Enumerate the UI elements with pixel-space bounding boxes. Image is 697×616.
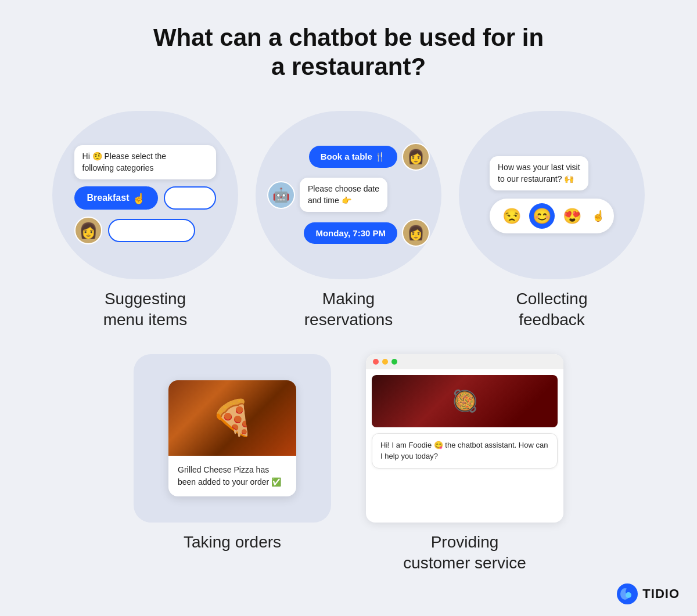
greeting-bubble: Hi 🤨 Please select thefollowing categori… (74, 145, 217, 179)
card-orders: Grilled Cheese Pizza has been added to y… (134, 354, 331, 574)
user-avatar-3: 👩 (402, 219, 430, 247)
feedback-chat: How was your last visitto our restaurant… (476, 142, 628, 247)
choose-row: 🤖 Please choose dateand time 👉 (267, 178, 387, 212)
top-cards-row: Hi 🤨 Please select thefollowing categori… (35, 111, 662, 331)
service-label: Providingcustomer service (403, 532, 526, 574)
card-reservations: Book a table 🍴 👩 🤖 Please choose dateand… (256, 111, 441, 331)
pizza-image (168, 380, 296, 456)
breakfast-row: Breakfast ☝️ (74, 186, 217, 210)
user-avatar: 👩 (74, 217, 102, 244)
menu-label: Suggestingmenu items (103, 289, 188, 331)
book-table-button[interactable]: Book a table 🍴 (309, 146, 397, 168)
orders-illustration: Grilled Cheese Pizza has been added to y… (134, 354, 331, 523)
emoji-good[interactable]: 😊 (529, 203, 555, 229)
browser-content: 🥘 Hi! I am Foodie 😋 the chatbot assistan… (366, 369, 563, 474)
menu-chat: Hi 🤨 Please select thefollowing categori… (63, 134, 228, 256)
dot-yellow (382, 359, 388, 365)
emoji-love[interactable]: 😍 (559, 203, 585, 229)
reservations-label: Makingreservations (304, 289, 393, 331)
menu-illustration: Hi 🤨 Please select thefollowing categori… (52, 111, 238, 279)
card-service: 🥘 Hi! I am Foodie 😋 the chatbot assistan… (366, 354, 563, 574)
feedback-question-bubble: How was your last visitto our restaurant… (490, 156, 588, 190)
svg-point-3 (626, 592, 631, 598)
dot-red (373, 359, 379, 365)
emoji-bad[interactable]: 😒 (499, 203, 524, 229)
tidio-icon (617, 583, 638, 604)
tidio-logo: TIDIO (617, 583, 680, 604)
orders-label: Taking orders (184, 532, 281, 553)
order-card: Grilled Cheese Pizza has been added to y… (168, 380, 296, 496)
user-avatar-2: 👩 (402, 143, 430, 171)
monday-row: Monday, 7:30 PM 👩 (304, 219, 430, 247)
option-button-2[interactable] (108, 219, 195, 242)
option-button-1[interactable] (164, 186, 216, 210)
order-text: Grilled Cheese Pizza has been added to y… (168, 456, 296, 496)
book-row: Book a table 🍴 👩 (309, 143, 430, 171)
tidio-name: TIDIO (642, 586, 680, 601)
dot-green (391, 359, 397, 365)
emoji-rating-row: 😒 😊 😍 ☝️ (490, 199, 614, 233)
page-title: What can a chatbot be used for in a rest… (145, 23, 552, 82)
choose-bubble: Please choose dateand time 👉 (300, 178, 387, 212)
feedback-illustration: How was your last visitto our restaurant… (459, 111, 645, 279)
card-menu: Hi 🤨 Please select thefollowing categori… (52, 111, 238, 331)
service-bubble: Hi! I am Foodie 😋 the chatbot assistant.… (372, 433, 558, 469)
feedback-label: Collectingfeedback (516, 289, 588, 331)
bottom-cards-row: Grilled Cheese Pizza has been added to y… (35, 354, 662, 574)
bot-avatar: 🤖 (267, 181, 295, 209)
second-row-bottom: 👩 (74, 217, 217, 244)
card-feedback: How was your last visitto our restaurant… (459, 111, 645, 331)
food-image: 🥘 (372, 375, 558, 427)
reservations-illustration: Book a table 🍴 👩 🤖 Please choose dateand… (256, 111, 441, 279)
reservations-chat: Book a table 🍴 👩 🤖 Please choose dateand… (256, 131, 441, 258)
monday-button[interactable]: Monday, 7:30 PM (304, 222, 397, 244)
breakfast-button[interactable]: Breakfast ☝️ (74, 186, 159, 210)
browser-bar (366, 354, 563, 369)
service-illustration: 🥘 Hi! I am Foodie 😋 the chatbot assistan… (366, 354, 563, 523)
